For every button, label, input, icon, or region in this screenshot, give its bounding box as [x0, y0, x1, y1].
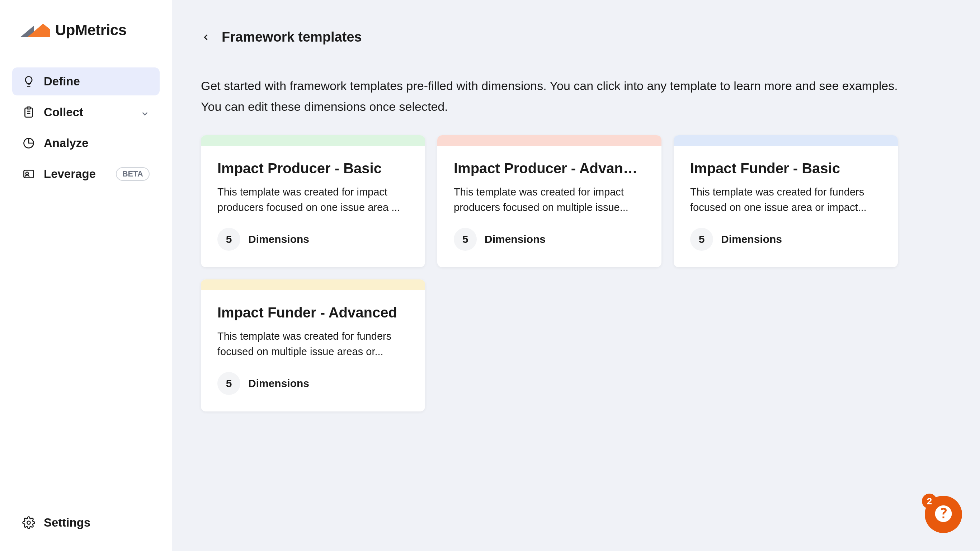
nav-label: Settings	[44, 516, 91, 529]
card-accent	[437, 135, 662, 146]
dimensions-label: Dimensions	[248, 233, 309, 245]
templates-grid: Impact Producer - Basic This template wa…	[201, 135, 951, 411]
dimensions-label: Dimensions	[721, 233, 782, 245]
dimensions-label: Dimensions	[485, 233, 546, 245]
card-description: This template was created for impact pro…	[217, 185, 409, 216]
template-card[interactable]: Impact Producer - Basic This template wa…	[201, 135, 425, 267]
template-card[interactable]: Impact Producer - Advanced This template…	[437, 135, 662, 267]
dimensions-count: 5	[217, 372, 240, 395]
template-card[interactable]: Impact Funder - Basic This template was …	[674, 135, 898, 267]
dimensions-row: 5 Dimensions	[690, 228, 881, 251]
logo-mark-icon	[20, 23, 50, 37]
help-badge: 2	[922, 494, 937, 509]
dimensions-row: 5 Dimensions	[217, 372, 409, 395]
nav-label: Collect	[44, 105, 83, 119]
dimensions-row: 5 Dimensions	[217, 228, 409, 251]
beta-badge: BETA	[116, 167, 150, 181]
intro-text: Get started with framework templates pre…	[201, 76, 918, 117]
card-accent	[201, 279, 425, 290]
piechart-icon	[22, 137, 35, 150]
brand-logo[interactable]: UpMetrics	[12, 22, 160, 39]
nav-item-define[interactable]: Define	[12, 67, 160, 96]
dimensions-row: 5 Dimensions	[454, 228, 645, 251]
chevron-down-icon	[140, 108, 150, 117]
dimensions-count: 5	[454, 228, 477, 251]
svg-point-9	[27, 521, 30, 524]
nav-item-settings[interactable]: Settings	[12, 509, 160, 537]
dimensions-count: 5	[217, 228, 240, 251]
page-title: Framework templates	[222, 29, 362, 45]
nav-item-analyze[interactable]: Analyze	[12, 129, 160, 157]
gear-icon	[22, 516, 35, 529]
sidebar-bottom: Settings	[12, 509, 160, 537]
nav-item-collect[interactable]: Collect	[12, 98, 160, 126]
card-title: Impact Funder - Basic	[690, 160, 881, 177]
dimensions-count: 5	[690, 228, 713, 251]
nav-item-leverage[interactable]: Leverage BETA	[12, 160, 160, 188]
nav-label: Analyze	[44, 136, 89, 150]
nav-label: Leverage	[44, 167, 96, 181]
header: Framework templates	[201, 29, 951, 45]
nav-label: Define	[44, 75, 80, 88]
clipboard-icon	[22, 106, 35, 119]
nav-list: Define Collect Analyze Leverage BETA	[12, 67, 160, 509]
card-description: This template was created for impact pro…	[454, 185, 645, 216]
card-accent	[201, 135, 425, 146]
dimensions-label: Dimensions	[248, 377, 309, 390]
lightbulb-icon	[22, 75, 35, 88]
brand-name: UpMetrics	[55, 22, 127, 39]
sidebar: UpMetrics Define Collect Analyze	[0, 0, 172, 551]
svg-point-8	[26, 172, 29, 175]
card-accent	[674, 135, 898, 146]
template-card[interactable]: Impact Funder - Advanced This template w…	[201, 279, 425, 411]
main-content: Framework templates Get started with fra…	[172, 0, 980, 551]
card-title: Impact Funder - Advanced	[217, 304, 409, 321]
card-description: This template was created for funders fo…	[217, 329, 409, 360]
card-description: This template was created for funders fo…	[690, 185, 881, 216]
card-title: Impact Producer - Basic	[217, 160, 409, 177]
back-button[interactable]	[201, 32, 211, 42]
help-button[interactable]: 2	[925, 496, 962, 533]
question-icon	[933, 504, 953, 525]
person-card-icon	[22, 167, 35, 180]
card-title: Impact Producer - Advanced	[454, 160, 645, 177]
